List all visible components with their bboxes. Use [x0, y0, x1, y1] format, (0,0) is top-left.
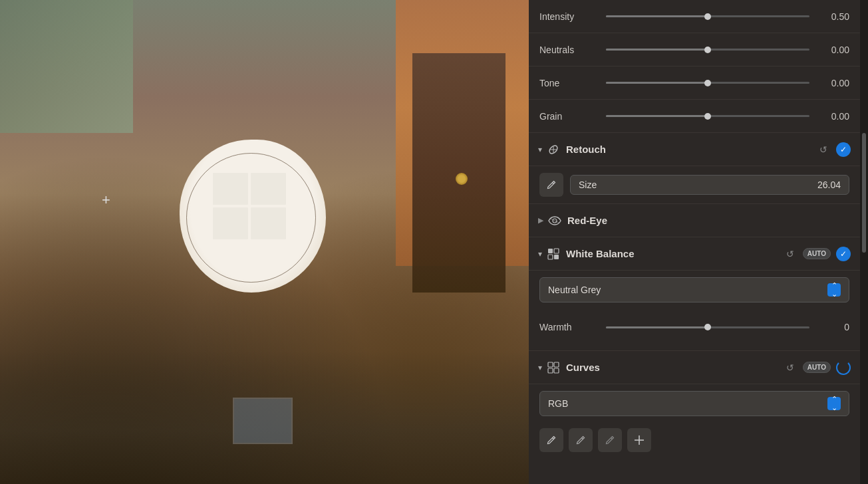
scrollbar-thumb[interactable]: [862, 133, 866, 253]
wb-preset-dropdown[interactable]: Neutral Grey ⌃⌄: [539, 277, 849, 302]
panel-scrollable[interactable]: Intensity 0.50 Neutrals 0.00 Tone: [529, 0, 860, 484]
warmth-label: Warmth: [539, 322, 599, 332]
curves-channel-label: RGB: [548, 398, 568, 409]
intensity-thumb[interactable]: [704, 13, 711, 20]
wb-icon: [546, 247, 561, 261]
redeye-chevron-icon[interactable]: ▶: [538, 216, 543, 225]
retouch-tool-row: Size 26.04: [539, 173, 849, 197]
tone-value: 0.00: [816, 78, 849, 88]
warmth-thumb[interactable]: [704, 324, 711, 330]
tone-thumb[interactable]: [704, 80, 711, 86]
intensity-value: 0.50: [816, 11, 849, 22]
tone-track[interactable]: [606, 82, 809, 84]
svg-rect-6: [554, 249, 559, 253]
warmth-value: 0: [816, 322, 849, 332]
svg-rect-12: [554, 368, 559, 373]
intensity-track[interactable]: [606, 15, 809, 17]
retouch-icon-svg: [547, 144, 559, 156]
pencil-icon: [546, 180, 557, 190]
retouch-circle-outline: [186, 153, 316, 283]
grain-track[interactable]: [606, 115, 809, 117]
redeye-eye-icon: [547, 213, 562, 228]
curves-tool-row: [539, 424, 849, 456]
wb-title: White Balance: [566, 248, 783, 259]
curves-dropdown-arrow-icon: ⌃⌄: [827, 397, 841, 410]
wb-enabled-toggle[interactable]: ✓: [836, 247, 851, 261]
neutrals-thumb[interactable]: [704, 47, 711, 53]
curves-add-point-button[interactable]: [627, 428, 651, 452]
svg-rect-5: [548, 249, 553, 253]
warmth-fill: [606, 326, 708, 328]
slider-group-top: Intensity 0.50 Neutrals 0.00 Tone: [529, 0, 860, 133]
size-field[interactable]: Size 26.04: [570, 175, 849, 195]
retouch-body: Size 26.04: [529, 166, 860, 204]
curves-channel-dropdown[interactable]: RGB ⌃⌄: [539, 391, 849, 416]
grain-value: 0.00: [816, 111, 849, 122]
retouch-bandaid-icon: [546, 142, 561, 157]
redeye-section-header[interactable]: ▶ Red-Eye: [529, 204, 860, 237]
neutrals-fill: [606, 49, 708, 51]
wb-preset-row: Neutral Grey ⌃⌄: [539, 277, 849, 302]
svg-rect-7: [548, 255, 553, 259]
wb-body: Neutral Grey ⌃⌄ Warmth 0: [529, 271, 860, 351]
curves-chevron-icon[interactable]: ▾: [538, 363, 542, 372]
curves-auto-badge[interactable]: AUTO: [803, 362, 831, 373]
svg-rect-8: [554, 255, 559, 259]
tone-fill: [606, 82, 708, 84]
eye-icon-svg: [548, 216, 561, 225]
window-bottom: [233, 398, 293, 444]
wb-chevron-icon[interactable]: ▾: [538, 249, 542, 259]
grain-row: Grain 0.00: [529, 100, 860, 133]
neutrals-row: Neutrals 0.00: [529, 33, 860, 66]
curves-actions: ↺ AUTO: [783, 360, 851, 375]
intensity-fill: [606, 15, 708, 17]
lamp: [456, 173, 468, 185]
image-canvas[interactable]: +: [0, 0, 529, 484]
grain-label: Grain: [539, 111, 599, 122]
curves-dark-point-button[interactable]: [539, 428, 563, 452]
wb-preset-label: Neutral Grey: [548, 285, 601, 295]
neutrals-label: Neutrals: [539, 45, 599, 55]
wb-actions: ↺ AUTO ✓: [783, 247, 851, 261]
redeye-title: Red-Eye: [567, 215, 607, 226]
curves-reset-button[interactable]: ↺: [783, 360, 797, 375]
intensity-row: Intensity 0.50: [529, 0, 860, 33]
intensity-label: Intensity: [539, 11, 599, 22]
tone-label: Tone: [539, 78, 599, 88]
curves-light-point-button[interactable]: [598, 428, 622, 452]
svg-line-3: [553, 183, 554, 184]
dark-point-icon: [546, 435, 557, 445]
building-top-left: [0, 0, 133, 133]
curves-section-header[interactable]: ▾ Curves ↺ AUTO: [529, 351, 860, 384]
svg-line-14: [582, 438, 583, 439]
curves-icon-svg: [547, 362, 559, 374]
wb-reset-button[interactable]: ↺: [783, 247, 797, 261]
wb-auto-badge[interactable]: AUTO: [803, 248, 831, 259]
retouch-pencil-button[interactable]: [539, 173, 563, 197]
warmth-track[interactable]: [606, 326, 809, 328]
svg-rect-11: [548, 368, 553, 373]
grain-thumb[interactable]: [704, 113, 711, 120]
svg-rect-9: [548, 362, 553, 367]
retouch-title: Retouch: [566, 144, 816, 155]
size-label: Size: [579, 180, 597, 190]
mid-point-icon: [575, 435, 586, 445]
right-panel: Intensity 0.50 Neutrals 0.00 Tone: [529, 0, 868, 484]
svg-line-15: [611, 438, 613, 439]
curves-title: Curves: [566, 362, 783, 373]
curves-loading-indicator: [836, 360, 851, 375]
curves-mid-point-button[interactable]: [569, 428, 593, 452]
plus-crosshair-icon: [633, 434, 645, 446]
scrollbar-track[interactable]: [860, 0, 868, 484]
tone-row: Tone 0.00: [529, 66, 860, 100]
wb-section-header[interactable]: ▾ White Balance ↺ AUTO ✓: [529, 237, 860, 271]
curves-body: RGB ⌃⌄: [529, 384, 860, 463]
neutrals-value: 0.00: [816, 45, 849, 55]
svg-line-13: [553, 438, 554, 439]
wb-dropdown-arrow-icon: ⌃⌄: [827, 283, 841, 297]
retouch-section-header[interactable]: ▾ Retouch ↺ ✓: [529, 133, 860, 166]
retouch-reset-button[interactable]: ↺: [816, 142, 831, 157]
retouch-chevron-icon[interactable]: ▾: [538, 145, 542, 154]
neutrals-track[interactable]: [606, 49, 809, 51]
retouch-enabled-toggle[interactable]: ✓: [836, 142, 851, 157]
